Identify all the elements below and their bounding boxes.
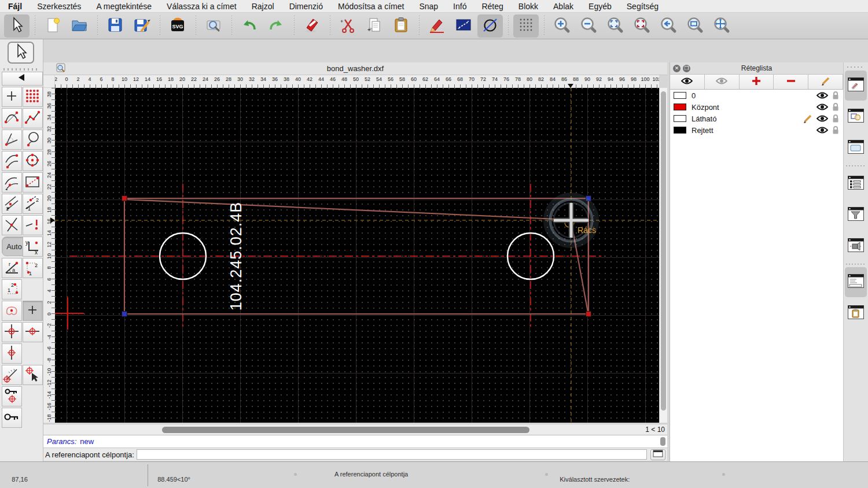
select-arrow-button[interactable] [4,14,30,38]
polyline-button[interactable] [23,108,43,128]
paste-button[interactable] [388,14,414,38]
layer-visibility-eye-icon[interactable] [816,126,828,134]
two-arcs-button[interactable] [2,151,22,171]
eye-all-button[interactable] [670,75,705,89]
zoom-select-button[interactable] [629,14,654,38]
copy-button[interactable]: + [362,14,387,38]
redo-button[interactable] [263,14,289,38]
draw-point-button[interactable] [2,87,22,107]
zoom-out-button[interactable] [576,14,601,38]
parallel-2-button[interactable]: 21 [23,194,43,214]
layer-row-rejtett[interactable]: Rejtett [670,124,843,136]
layer-lock-icon[interactable] [832,102,840,112]
close-icon[interactable]: ✕ [673,65,681,72]
eraser-button[interactable] [299,14,325,38]
parallel-1-button[interactable]: 1 [2,194,22,214]
edit-layer-button[interactable] [808,75,843,89]
horizontal-scrollbar[interactable]: 1 < 10 [43,424,667,435]
layer-lock-icon[interactable] [832,114,840,123]
menu-ablak[interactable]: Ablak [546,2,581,11]
menu-blokk[interactable]: Blokk [511,2,546,11]
coord-xy-button[interactable]: yx [23,236,43,257]
coord-ra-button[interactable]: ra [2,258,22,278]
zoom-in-button[interactable] [549,14,575,38]
save-as-button[interactable] [129,14,155,38]
corner-21-button[interactable]: 12 [2,279,22,300]
layer-visibility-eye-icon[interactable] [816,103,828,111]
drawing-canvas[interactable]: 104.245.02.4BRács [55,88,659,423]
menu-m-dos-tsa-a-c-met[interactable]: Módosítsa a címet [330,2,411,11]
undock-icon[interactable]: ❐ [683,65,690,72]
lock-reference-button[interactable] [2,386,22,406]
spline-button[interactable] [2,108,22,128]
snap-cursor-button[interactable] [23,365,43,385]
corner-12-button[interactable]: 12 [23,258,43,278]
select-tool-button[interactable] [8,42,34,64]
menu-snap[interactable]: Snap [411,2,446,11]
save-button[interactable] [102,14,128,38]
pencil-line-button[interactable] [424,14,450,38]
back-arrow-button[interactable] [2,72,43,86]
layer-row-0[interactable]: 0 [670,90,843,101]
arc-tangent-button[interactable] [2,130,22,150]
win-layer-button[interactable] [845,71,867,101]
menu-f-jl[interactable]: Fájl [8,2,30,11]
snap-grid-button[interactable] [23,301,43,321]
menu-seg-ts-g[interactable]: Segítség [619,2,666,11]
remove-layer-button[interactable] [774,75,808,89]
win-library-button[interactable] [845,133,867,163]
win-filter-button[interactable] [845,200,867,230]
layer-row-központ[interactable]: Központ [670,101,843,113]
layer-color-swatch[interactable] [674,92,686,99]
snap-shape-button[interactable] [2,301,22,321]
snap-endpoint-button[interactable] [2,322,22,342]
layer-lock-icon[interactable] [832,125,840,135]
layer-color-swatch[interactable] [674,127,686,134]
win-section-button[interactable] [845,231,867,261]
menu-rajzol[interactable]: Rajzol [244,2,282,11]
layer-row-látható[interactable]: Látható [670,113,843,124]
menu-a-megtekint-se[interactable]: A megtekintése [89,2,159,11]
zoom-pan-button[interactable] [709,14,734,38]
scissors-button[interactable]: + [335,14,361,38]
zoom-window-button[interactable] [682,14,708,38]
win-block-button[interactable] [845,102,867,132]
open-folder-button[interactable] [67,14,92,38]
menu-r-teg[interactable]: Réteg [474,2,510,11]
menu-inf-[interactable]: Infó [446,2,474,11]
layer-color-swatch[interactable] [674,115,686,122]
vertical-scrollbar-thumb[interactable] [661,91,666,411]
cross-lines-button[interactable] [2,215,22,235]
win-command-button[interactable] [845,267,867,297]
circle-hook-button[interactable] [23,130,43,150]
circle-slash-button[interactable] [477,14,503,38]
win-clipboard-button[interactable] [845,298,867,328]
eye-none-button[interactable] [705,75,740,89]
svg-export-button[interactable]: SVG [165,14,190,38]
horizontal-scrollbar-thumb[interactable] [162,427,529,433]
zoom-auto-button[interactable] [602,14,628,38]
rect-diagonal-button[interactable] [23,172,43,193]
snap-angle-button[interactable] [2,365,22,385]
add-layer-button[interactable] [740,75,774,89]
command-window-toggle-button[interactable] [650,449,665,460]
undo-button[interactable] [237,14,262,38]
zoom-prev-button[interactable] [656,14,681,38]
new-file-button[interactable] [40,14,65,38]
command-input[interactable] [137,449,647,460]
menu-dimenzi-[interactable]: Dimenzió [282,2,330,11]
arc-2-button[interactable] [2,172,22,193]
grid-dots-button[interactable] [513,14,539,38]
menu-egy-b[interactable]: Egyéb [581,2,619,11]
menu-szerkeszt-s[interactable]: Szerkesztés [30,2,89,11]
win-list-button[interactable] [845,169,867,199]
layer-visibility-eye-icon[interactable] [816,114,828,123]
dot-matrix-button[interactable] [23,87,43,107]
layer-visibility-eye-icon[interactable] [816,91,828,99]
layer-color-swatch[interactable] [674,103,686,110]
dim-rect-button[interactable] [451,14,476,38]
document-window-icon[interactable] [56,63,65,75]
snap-horizontal-button[interactable] [23,322,43,342]
menu-v-lassza-ki-a-c-met[interactable]: Válassza ki a címet [159,2,244,11]
snap-vertical-button[interactable] [2,343,22,364]
